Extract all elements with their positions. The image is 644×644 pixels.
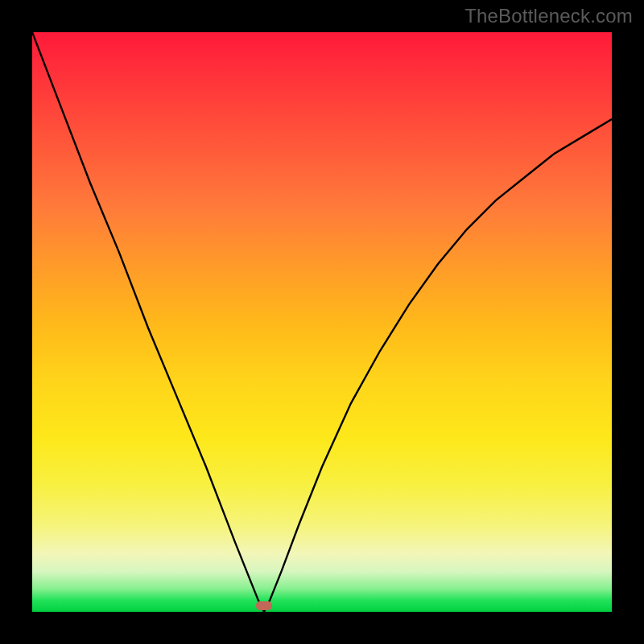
- bottleneck-curve: [32, 32, 612, 612]
- watermark-text: TheBottleneck.com: [464, 5, 633, 27]
- minimum-marker: [256, 601, 272, 610]
- plot-area: [32, 32, 612, 612]
- chart-frame: TheBottleneck.com: [0, 0, 644, 644]
- curve-svg: [32, 32, 612, 612]
